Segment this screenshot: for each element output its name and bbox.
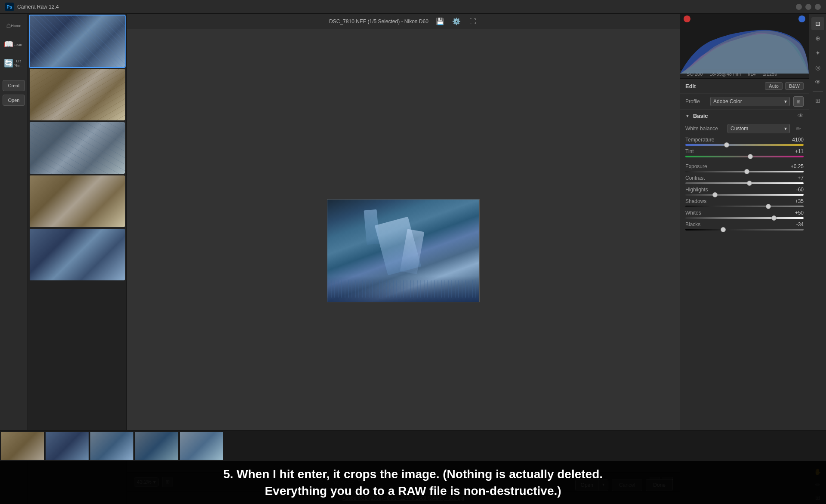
shadows-value: +35 bbox=[795, 198, 804, 204]
mask-tool[interactable]: ◎ bbox=[811, 61, 824, 74]
edit-title: Edit bbox=[685, 83, 696, 89]
whites-slider-row: Whites +50 bbox=[680, 209, 809, 220]
expand-icon[interactable]: ⛶ bbox=[468, 17, 478, 26]
create-button[interactable]: Creat bbox=[3, 80, 25, 91]
blacks-slider[interactable] bbox=[685, 229, 804, 230]
histogram bbox=[680, 14, 809, 70]
sidebar-item-home[interactable]: ⌂ Home bbox=[5, 17, 22, 34]
wb-dropdown-icon: ▾ bbox=[784, 126, 787, 132]
save-icon[interactable]: 💾 bbox=[435, 17, 445, 26]
contrast-slider-row: Contrast +7 bbox=[680, 174, 809, 185]
main-image bbox=[327, 199, 480, 302]
temperature-slider[interactable] bbox=[685, 144, 804, 146]
shadows-thumb[interactable] bbox=[766, 204, 771, 209]
basic-section-header[interactable]: ▼ Basic 👁 bbox=[680, 110, 809, 122]
blacks-value: -34 bbox=[796, 221, 804, 227]
wb-picker-tool[interactable]: ✏ bbox=[793, 123, 804, 134]
whites-thumb[interactable] bbox=[771, 215, 777, 221]
blacks-label: Blacks bbox=[685, 221, 700, 227]
filmstrip-item-2[interactable] bbox=[30, 69, 125, 120]
tint-slider[interactable] bbox=[685, 156, 804, 157]
clipping-alert-blue[interactable] bbox=[798, 15, 805, 22]
exposure-slider-row: Exposure +0.25 bbox=[680, 162, 809, 174]
exposure-thumb[interactable] bbox=[744, 169, 749, 174]
shadows-slider-row: Shadows +35 bbox=[680, 197, 809, 209]
file-header: DSC_7810.NEF (1/5 Selected) - Nikon D60 … bbox=[127, 14, 680, 29]
bottom-thumb-3[interactable] bbox=[90, 432, 133, 460]
shadows-label: Shadows bbox=[685, 198, 706, 204]
bottom-thumb-4[interactable] bbox=[135, 432, 178, 460]
highlights-slider-row: Highlights -60 bbox=[680, 185, 809, 197]
bottom-thumb-1[interactable] bbox=[1, 432, 44, 460]
file-title: DSC_7810.NEF (1/5 Selected) - Nikon D60 bbox=[329, 18, 428, 25]
bottom-thumb-5[interactable] bbox=[180, 432, 223, 460]
sidebar-item-lr[interactable]: 🔄 LR Pho... bbox=[5, 55, 22, 72]
tint-label: Tint bbox=[685, 148, 694, 154]
filmstrip-item-5[interactable] bbox=[30, 229, 125, 280]
close-button[interactable] bbox=[815, 4, 821, 10]
highlights-thumb[interactable] bbox=[712, 192, 718, 197]
exposure-label: Exposure bbox=[685, 163, 707, 169]
shadows-slider[interactable] bbox=[685, 206, 804, 207]
open-button-sidebar[interactable]: Open bbox=[3, 95, 25, 106]
edit-panel-header: Edit Auto B&W bbox=[680, 79, 809, 94]
tool-divider-1 bbox=[813, 91, 823, 92]
bottom-padding bbox=[680, 232, 809, 239]
slider-divider bbox=[680, 159, 809, 162]
clipping-alert-red[interactable] bbox=[684, 15, 690, 22]
exposure-slider[interactable] bbox=[685, 171, 804, 172]
blacks-thumb[interactable] bbox=[721, 227, 726, 232]
contrast-slider[interactable] bbox=[685, 182, 804, 184]
basic-collapse-arrow: ▼ bbox=[685, 114, 690, 118]
profile-label: Profile bbox=[685, 98, 707, 104]
window-controls[interactable] bbox=[794, 4, 821, 10]
settings-icon[interactable]: ⚙️ bbox=[452, 17, 461, 26]
panel-adjust-tool[interactable]: ⊟ bbox=[811, 17, 824, 30]
subtitle-line2: Everything you do to a RAW file is non-d… bbox=[223, 482, 603, 499]
subtitle-line1: 5. When I hit enter, it crops the image.… bbox=[223, 466, 603, 482]
histogram-chart bbox=[680, 24, 809, 74]
temperature-thumb[interactable] bbox=[724, 142, 729, 148]
image-canvas[interactable] bbox=[127, 29, 680, 472]
whites-slider[interactable] bbox=[685, 217, 804, 219]
highlights-label: Highlights bbox=[685, 187, 708, 193]
contrast-label: Contrast bbox=[685, 175, 705, 181]
minimize-button[interactable] bbox=[796, 4, 802, 10]
blacks-slider-row: Blacks -34 bbox=[680, 220, 809, 232]
profile-select[interactable]: Adobe Color ▾ bbox=[710, 97, 790, 106]
highlights-slider[interactable] bbox=[685, 194, 804, 196]
temperature-value: 4100 bbox=[792, 137, 804, 143]
white-balance-row: White balance Custom ▾ ✏ bbox=[680, 122, 809, 135]
filmstrip-item-3[interactable] bbox=[30, 122, 125, 174]
contrast-thumb[interactable] bbox=[747, 181, 752, 186]
wb-value: Custom bbox=[730, 126, 748, 132]
app-icon: Ps bbox=[5, 3, 14, 11]
maximize-button[interactable] bbox=[805, 4, 811, 10]
app-title: Camera Raw 12.4 bbox=[17, 4, 59, 10]
basic-visibility-icon[interactable]: 👁 bbox=[798, 112, 804, 119]
wb-select[interactable]: Custom ▾ bbox=[727, 124, 790, 133]
bottom-strip bbox=[0, 430, 826, 461]
red-eye-tool[interactable]: 👁 bbox=[811, 76, 824, 89]
subtitle-text: 5. When I hit enter, it crops the image.… bbox=[223, 466, 603, 499]
profile-dropdown-icon: ▾ bbox=[784, 98, 787, 104]
bottom-thumb-2[interactable] bbox=[46, 432, 89, 460]
profile-value: Adobe Color bbox=[713, 98, 742, 104]
exposure-value: +0.25 bbox=[791, 163, 804, 169]
heal-tool[interactable]: ✦ bbox=[811, 46, 824, 59]
bw-button[interactable]: B&W bbox=[785, 82, 804, 90]
titlebar: Ps Camera Raw 12.4 bbox=[0, 0, 826, 14]
subtitle-bar: 5. When I hit enter, it crops the image.… bbox=[0, 461, 826, 504]
filmstrip-item-1[interactable] bbox=[30, 15, 125, 67]
tint-slider-row: Tint +11 bbox=[680, 147, 809, 159]
profile-browse-button[interactable]: ⊞ bbox=[793, 96, 804, 107]
crop-tool[interactable]: ⊕ bbox=[811, 32, 824, 45]
tint-thumb[interactable] bbox=[748, 154, 753, 159]
highlights-value: -60 bbox=[796, 187, 804, 193]
contrast-value: +7 bbox=[798, 175, 804, 181]
zoom-tool[interactable]: ⊞ bbox=[811, 94, 824, 107]
filmstrip-item-4[interactable] bbox=[30, 175, 125, 227]
auto-button[interactable]: Auto bbox=[765, 82, 783, 90]
temperature-slider-row: Temperature 4100 bbox=[680, 135, 809, 147]
sidebar-item-learn[interactable]: 📖 Learn bbox=[5, 36, 22, 53]
